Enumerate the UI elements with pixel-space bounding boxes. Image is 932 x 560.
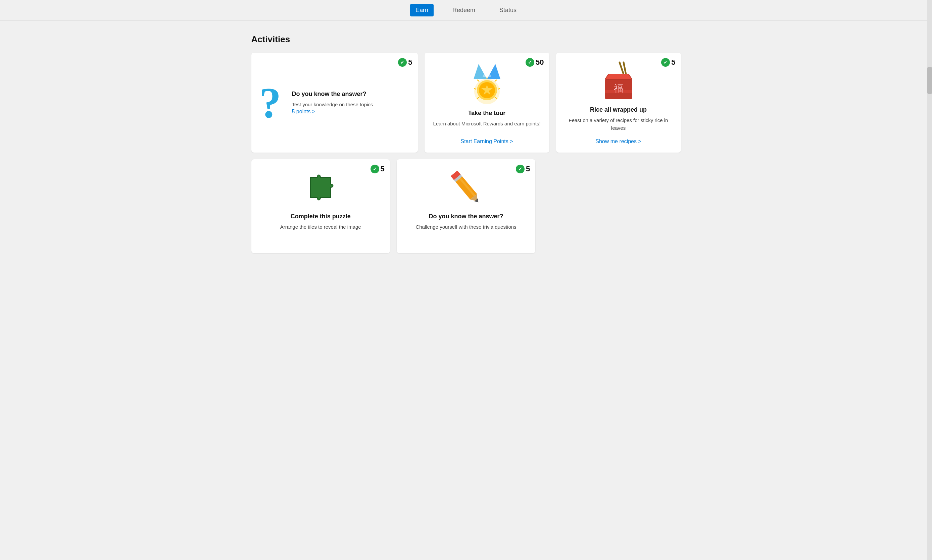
badge-quiz: ✓ 5 bbox=[398, 58, 412, 67]
card-tour-link[interactable]: Start Earning Points > bbox=[433, 132, 542, 145]
check-icon-rice: ✓ bbox=[661, 58, 670, 67]
card-quiz[interactable]: ✓ 5 ? Do you know the answer? Test your … bbox=[252, 53, 418, 152]
badge-rice: ✓ 5 bbox=[661, 58, 675, 67]
card-trivia-title: Do you know the answer? bbox=[429, 213, 503, 220]
card-rice-desc: Feast on a variety of recipes for sticky… bbox=[564, 117, 673, 132]
card-puzzle-desc: Arrange the tiles to reveal the image bbox=[280, 223, 361, 231]
card-tour-title: Take the tour bbox=[468, 110, 506, 117]
puzzle-icon bbox=[300, 167, 341, 208]
cards-bottom-row: ✓ 5 Complete this puzzle Arrange the til… bbox=[252, 159, 681, 253]
svg-marker-17 bbox=[605, 74, 632, 79]
check-icon-quiz: ✓ bbox=[398, 58, 407, 67]
rice-box-icon: 福 bbox=[600, 61, 637, 101]
card-quiz-text: Do you know the answer? Test your knowle… bbox=[292, 91, 410, 115]
card-rice-link[interactable]: Show me recipes > bbox=[564, 132, 673, 145]
check-icon-puzzle: ✓ bbox=[370, 165, 379, 173]
card-trivia-desc: Challenge yourself with these trivia que… bbox=[415, 223, 516, 231]
card-quiz-title: Do you know the answer? bbox=[292, 91, 410, 98]
scrollbar-thumb[interactable] bbox=[927, 67, 932, 94]
badge-tour: ✓ 50 bbox=[526, 58, 544, 67]
card-tour[interactable]: ✓ 50 bbox=[424, 53, 549, 152]
svg-marker-2 bbox=[483, 67, 491, 77]
card-rice-title: Rice all wrapped up bbox=[590, 106, 647, 113]
tab-earn[interactable]: Earn bbox=[410, 4, 434, 17]
card-rice[interactable]: ✓ 5 bbox=[556, 53, 681, 152]
card-trivia[interactable]: ✓ 5 bbox=[397, 159, 535, 253]
badge-puzzle: ✓ 5 bbox=[370, 165, 384, 173]
question-icon: ? bbox=[259, 81, 281, 125]
tab-redeem[interactable]: Redeem bbox=[447, 4, 481, 17]
section-title: Activities bbox=[252, 34, 681, 45]
card-puzzle-title: Complete this puzzle bbox=[291, 213, 351, 220]
cards-top-row: ✓ 5 ? Do you know the answer? Test your … bbox=[252, 53, 681, 152]
main-content: Activities ✓ 5 ? Do you know the answer?… bbox=[231, 21, 701, 266]
check-icon-tour: ✓ bbox=[526, 58, 534, 67]
scrollbar[interactable] bbox=[927, 0, 932, 560]
card-tour-desc: Learn about Microsoft Rewards and earn p… bbox=[433, 120, 540, 128]
svg-line-5 bbox=[495, 80, 497, 82]
top-navigation: Earn Redeem Status bbox=[0, 0, 932, 21]
check-icon-trivia: ✓ bbox=[516, 165, 525, 173]
tab-status[interactable]: Status bbox=[494, 4, 522, 17]
svg-line-8 bbox=[477, 80, 479, 82]
pencil-icon bbox=[447, 167, 484, 208]
svg-rect-22 bbox=[605, 90, 632, 93]
card-puzzle[interactable]: ✓ 5 Complete this puzzle Arrange the til… bbox=[252, 159, 390, 253]
empty-slot bbox=[542, 159, 680, 253]
medal-icon bbox=[469, 61, 505, 104]
card-quiz-link[interactable]: 5 points > bbox=[292, 102, 315, 114]
badge-trivia: ✓ 5 bbox=[516, 165, 530, 173]
